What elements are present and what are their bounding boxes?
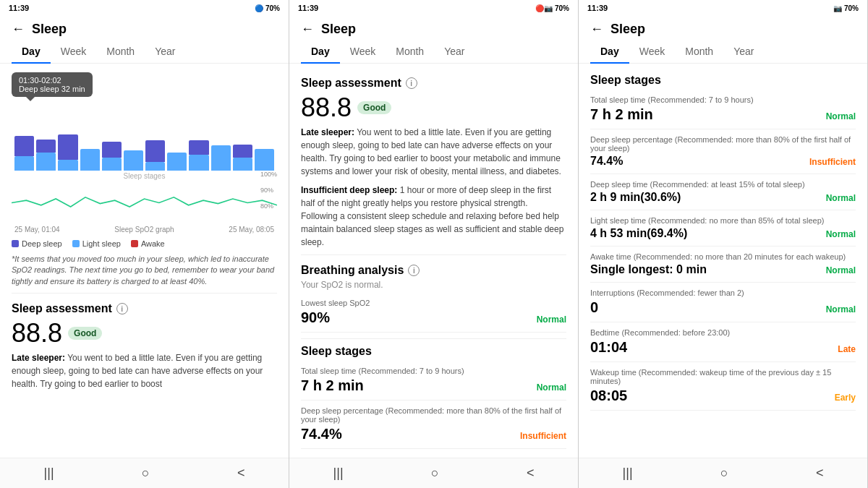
tab-week-3[interactable]: Week [629, 40, 676, 63]
sleep-bars [12, 106, 277, 171]
status-time-3: 11:39 [587, 4, 608, 12]
bar-4 [80, 149, 100, 171]
tab-week-2[interactable]: Week [340, 40, 386, 63]
nav-menu-1[interactable]: ||| [44, 466, 54, 481]
score-number-1: 88.8 [12, 318, 62, 348]
info-icon-2[interactable]: i [406, 77, 417, 89]
back-button-1[interactable]: ← [12, 22, 25, 37]
metric-value-5: 0 [590, 299, 598, 316]
legend-dot-deep [12, 240, 19, 247]
metric-deep-pct-row-2: 74.4% Insufficient [301, 426, 566, 442]
nav-home-3[interactable]: ○ [720, 466, 728, 481]
nav-home-2[interactable]: ○ [431, 466, 439, 481]
nav-back-2[interactable]: < [527, 466, 535, 481]
back-button-2[interactable]: ← [301, 22, 314, 37]
nav-back-3[interactable]: < [816, 466, 824, 481]
metric-7: Wakeup time (Recommended: wakeup time of… [590, 362, 856, 411]
metric-deep-pct-label-2: Deep sleep percentage (Recommended: more… [301, 406, 566, 424]
breathing-title: Breathing analysis i [301, 264, 566, 277]
content-1: 01:30-02:02 Deep sleep 32 min [0, 68, 289, 458]
metric-status-1: Insufficient [809, 157, 856, 167]
metric-status-0: Normal [826, 111, 856, 121]
assessment-para-2: Insufficient deep sleep: 1 hour or more … [301, 184, 566, 249]
tab-day-3[interactable]: Day [590, 40, 629, 63]
score-row-1: 88.8 Good [12, 318, 277, 348]
metric-value-7: 08:05 [590, 388, 627, 404]
metric-deep-pct-status-2: Insufficient [520, 431, 566, 441]
metric-total-sleep-2: Total sleep time (Recommended: 7 to 9 ho… [301, 361, 566, 401]
metric-label-3: Light sleep time (Recommended: no more t… [590, 216, 856, 225]
assessment-para-1: Late sleeper: You went to bed a little l… [301, 126, 566, 178]
status-time-1: 11:39 [9, 4, 29, 12]
header-2: ← Sleep [289, 16, 578, 40]
tab-month-2[interactable]: Month [386, 40, 434, 63]
metric-row-0: 7 h 2 min Normal [590, 106, 856, 123]
status-battery-1: 🔵 70% [255, 4, 280, 12]
metric-status-2: Normal [826, 193, 856, 203]
phone-panel-3: 11:39 📷 70% ← Sleep Day Week Month Year … [579, 0, 868, 488]
metric-row-1: 74.4% Insufficient [590, 155, 856, 168]
info-icon-3[interactable]: i [408, 265, 420, 276]
bar-6 [124, 150, 143, 171]
metric-row-2: 2 h 9 min(30.6%) Normal [590, 191, 856, 204]
status-bar-3: 11:39 📷 70% [579, 0, 867, 16]
tooltip-detail: Deep sleep 32 min [19, 85, 85, 93]
header-1: ← Sleep [0, 16, 289, 40]
spO2-status: Normal [537, 314, 566, 325]
legend-awake: Awake [131, 239, 165, 248]
tab-year-2[interactable]: Year [434, 40, 475, 63]
chart-label-right: 25 May, 08:05 [229, 226, 274, 234]
tab-day-1[interactable]: Day [12, 40, 51, 63]
metric-status-7: Early [835, 393, 856, 403]
status-battery-3: 📷 70% [833, 4, 859, 12]
tab-year-3[interactable]: Year [723, 40, 764, 63]
metric-row-4: Single longest: 0 min Normal [590, 263, 856, 276]
metric-4: Awake time (Recommended: no more than 20… [590, 247, 856, 283]
bottom-nav-3: ||| ○ < [579, 458, 867, 488]
metric-label-2: Deep sleep time (Recommended: at least 1… [590, 180, 856, 189]
bottom-nav-2: ||| ○ < [289, 458, 578, 488]
metric-6: Bedtime (Recommended: before 23:00) 01:0… [590, 322, 856, 362]
tab-day-2[interactable]: Day [301, 40, 340, 63]
metric-label-4: Awake time (Recommended: no more than 20… [590, 252, 856, 261]
chart-pct-100: 100% [260, 171, 277, 178]
nav-home-1[interactable]: ○ [142, 466, 150, 481]
divider-2 [301, 254, 566, 255]
nav-back-1[interactable]: < [237, 466, 245, 481]
bar-8 [167, 153, 187, 171]
status-bar-2: 11:39 🔴📷 70% [289, 0, 578, 16]
legend-light: Light sleep [72, 239, 121, 248]
tab-year-1[interactable]: Year [145, 40, 185, 63]
metric-status-6: Late [838, 344, 856, 354]
tabs-1: Day Week Month Year [0, 40, 289, 64]
metric-total-label-2: Total sleep time (Recommended: 7 to 9 ho… [301, 367, 566, 375]
metric-value-6: 01:04 [590, 339, 627, 356]
metric-row-3: 4 h 53 min(69.4%) Normal [590, 227, 856, 240]
metric-label-0: Total sleep time (Recommended: 7 to 9 ho… [590, 95, 856, 104]
chart-tooltip: 01:30-02:02 Deep sleep 32 min [12, 72, 93, 97]
spO2-value: 90% [301, 309, 330, 326]
spO2-chart-svg [12, 183, 277, 223]
bar-7 [145, 140, 165, 171]
chart-stage-label: Sleep stages [12, 172, 277, 180]
metric-row-6: 01:04 Late [590, 339, 856, 356]
metric-label-5: Interruptions (Recommended: fewer than 2… [590, 288, 856, 297]
metric-deep-pct-2: Deep sleep percentage (Recommended: more… [301, 401, 566, 449]
header-3: ← Sleep [579, 16, 867, 40]
score-number-2: 88.8 [301, 93, 352, 123]
nav-menu-2[interactable]: ||| [333, 466, 344, 481]
bar-3 [58, 134, 77, 171]
metric-total-row-2: 7 h 2 min Normal [301, 377, 566, 394]
back-button-3[interactable]: ← [590, 22, 603, 37]
legend-label-awake: Awake [141, 239, 165, 248]
nav-menu-3[interactable]: ||| [623, 466, 633, 481]
spO2-note: *It seems that you moved too much in you… [12, 254, 277, 287]
info-icon-1[interactable]: i [116, 303, 128, 314]
tab-month-3[interactable]: Month [675, 40, 723, 63]
tab-week-1[interactable]: Week [51, 40, 97, 63]
page-title-1: Sleep [32, 22, 67, 37]
tab-month-1[interactable]: Month [96, 40, 145, 63]
score-badge-1: Good [68, 327, 102, 340]
metric-status-4: Normal [826, 265, 856, 275]
legend-dot-awake [131, 240, 138, 247]
